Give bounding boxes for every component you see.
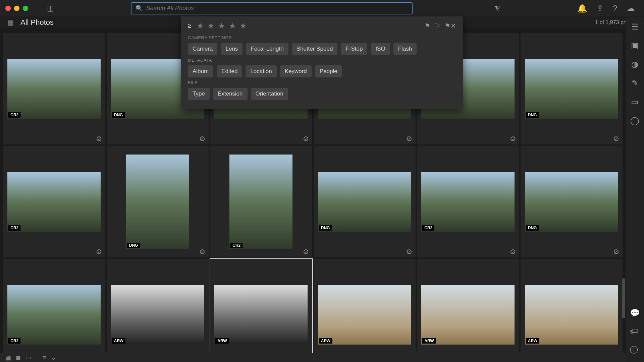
flag-unflagged-icon[interactable]: ⚐ <box>434 22 440 30</box>
flag-picked-icon[interactable]: ⚑ <box>424 22 430 30</box>
format-badge: CR2 <box>8 112 20 118</box>
photo-thumbnail: DNG <box>525 172 618 232</box>
format-badge: ARW <box>112 338 125 344</box>
maximize-window[interactable] <box>23 6 28 11</box>
search-icon: 🔍 <box>136 5 143 12</box>
filter-chip[interactable]: F-Stop <box>341 43 367 55</box>
share-icon[interactable]: ⇪ <box>597 4 603 13</box>
close-window[interactable] <box>5 6 11 11</box>
search-dropdown: ≥ ★ ★ ★ ★ ★ ⚑ ⚐ ⚑✕ CAMERA SETTINGSCamera… <box>181 16 463 109</box>
star-5[interactable]: ★ <box>239 21 247 31</box>
brush-panel-icon[interactable]: ✎ <box>632 78 638 88</box>
photo-thumbnail: CR2 <box>7 59 101 119</box>
photo-cell[interactable]: ARW✓ <box>106 258 209 353</box>
filter-chip[interactable]: ISO <box>371 43 390 55</box>
right-rail: ☰ ▣ ◍ ✎ ▭ ◯ 💬 🏷 ⓘ <box>626 17 644 362</box>
photo-cell[interactable]: DNG✓ <box>313 145 416 258</box>
filter-chip[interactable]: Orientation <box>251 88 288 100</box>
sync-status-icon: ✓ <box>97 249 101 254</box>
format-badge: ARW <box>422 338 436 344</box>
photo-cell[interactable]: CR2✓ <box>3 33 106 145</box>
filter-chip[interactable]: Flash <box>393 43 417 55</box>
star-1[interactable]: ★ <box>197 21 204 31</box>
photo-cell[interactable]: ARW⚙✓ <box>210 258 313 353</box>
photo-cell[interactable]: DNG✓ <box>520 145 623 258</box>
sort-icon[interactable]: ≡ <box>43 354 46 361</box>
sync-status-icon: ✓ <box>304 136 308 141</box>
sort-direction-icon[interactable]: ⌄ <box>51 354 56 361</box>
photo-cell[interactable]: ARW✓ <box>417 258 520 353</box>
photo-cell[interactable]: CR2⚙✓ <box>3 258 106 353</box>
info-icon[interactable]: ⓘ <box>630 345 640 355</box>
filter-section-label: CAMERA SETTINGS <box>188 35 456 40</box>
filter-icon[interactable]: ⧨ <box>494 4 500 13</box>
filter-chip[interactable]: People <box>315 65 342 77</box>
sync-status-icon: ✓ <box>407 136 412 141</box>
format-badge: CR2 <box>8 338 20 344</box>
flag-rejected-icon[interactable]: ⚑✕ <box>444 22 456 30</box>
sync-status-icon: ✓ <box>407 249 412 254</box>
filter-chip[interactable]: Edited <box>217 65 242 77</box>
format-badge: DNG <box>526 225 539 231</box>
title-bar: ◫ 🔍 ⧨ 🔔 ⇪ ? ☁ <box>0 0 644 16</box>
filter-chip[interactable]: Album <box>188 65 213 77</box>
format-badge: ARW <box>215 338 229 344</box>
search-box[interactable]: 🔍 <box>131 2 413 14</box>
cloud-sync-icon[interactable]: ☁ <box>627 4 635 13</box>
format-badge: DNG <box>112 112 125 118</box>
sync-status-icon: ✓ <box>200 249 205 254</box>
radial-gradient-icon[interactable]: ◯ <box>630 116 639 125</box>
filter-chip[interactable]: Location <box>246 65 276 77</box>
photo-thumbnail: CR2 <box>421 172 515 232</box>
photo-cell[interactable]: CR2✓ <box>210 145 313 258</box>
photo-cell[interactable]: ARW✓ <box>313 258 416 353</box>
photo-cell[interactable]: ARW✓ <box>520 258 623 353</box>
help-icon[interactable]: ? <box>613 4 617 13</box>
panel-toggle-icon[interactable]: ◫ <box>47 4 54 13</box>
filter-chip[interactable]: Shutter Speed <box>292 43 338 55</box>
photo-thumbnail: DNG <box>525 59 618 119</box>
format-badge: CR2 <box>8 225 20 231</box>
photo-cell[interactable]: DNG✓ <box>520 33 623 145</box>
filter-chip[interactable]: Keyword <box>280 65 312 77</box>
star-4[interactable]: ★ <box>229 21 236 31</box>
filter-section-label: METADATA <box>188 58 456 63</box>
photo-thumbnail: ARW <box>525 285 618 345</box>
minimize-window[interactable] <box>14 6 19 11</box>
view-detail-icon[interactable]: ▭ <box>25 354 31 361</box>
sync-status-icon: ✓ <box>511 136 515 141</box>
adjust-panel-icon[interactable]: ☰ <box>631 22 639 32</box>
photo-thumbnail: ARW <box>214 285 308 345</box>
format-badge: CR2 <box>230 243 243 248</box>
filter-chip[interactable]: Lens <box>221 43 243 55</box>
notifications-icon[interactable]: 🔔 <box>577 4 587 13</box>
filter-chip[interactable]: Extension <box>213 88 248 100</box>
linear-gradient-icon[interactable]: ▭ <box>631 97 639 107</box>
grid-indicator-icon[interactable]: ▦ <box>7 18 14 26</box>
view-square-icon[interactable]: ◼ <box>16 354 21 361</box>
crop-panel-icon[interactable]: ▣ <box>631 41 639 50</box>
sync-status-icon: ✓ <box>97 136 101 141</box>
sync-status-icon: ✓ <box>200 136 205 141</box>
rating-gte[interactable]: ≥ <box>188 22 191 29</box>
star-2[interactable]: ★ <box>207 21 215 31</box>
scrollbar[interactable] <box>622 278 625 318</box>
filter-chip[interactable]: Focal Length <box>246 43 288 55</box>
filter-section-label: FILE <box>188 80 456 85</box>
sync-status-icon: ✓ <box>614 136 619 141</box>
star-3[interactable]: ★ <box>218 21 225 31</box>
title-bar-actions: 🔔 ⇪ ? ☁ <box>577 4 639 13</box>
photo-thumbnail: ARW <box>318 285 411 345</box>
photo-cell[interactable]: CR2✓ <box>417 145 520 258</box>
format-badge: ARW <box>319 338 332 344</box>
photo-cell[interactable]: CR2✓ <box>3 145 106 258</box>
healing-panel-icon[interactable]: ◍ <box>631 60 638 69</box>
photo-cell[interactable]: DNG✓ <box>106 145 209 258</box>
comments-icon[interactable]: 💬 <box>630 308 640 318</box>
filter-chip[interactable]: Type <box>188 88 210 100</box>
keywords-icon[interactable]: 🏷 <box>630 326 640 336</box>
filter-chip[interactable]: Camera <box>188 43 217 55</box>
view-photogrid-icon[interactable]: ▦ <box>5 354 11 361</box>
page-title: All Photos <box>20 18 54 27</box>
search-input[interactable] <box>146 5 408 12</box>
